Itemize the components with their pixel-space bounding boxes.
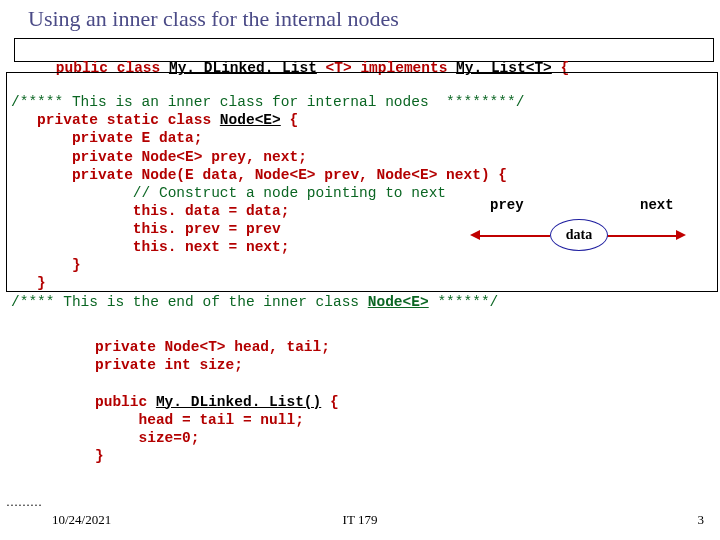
code-text: Node<T> head, tail;	[156, 339, 330, 355]
arrow-right-line	[606, 235, 678, 237]
keyword: private	[72, 130, 133, 146]
footer-center: IT 179	[0, 512, 720, 528]
comment: /**** This is the end of the inner class	[11, 294, 368, 310]
type-name: Node<E>	[220, 112, 281, 128]
class-decl-box: public class My. DLinked. List <T> imple…	[14, 38, 714, 62]
comment: ********/	[446, 94, 524, 110]
comment: // Construct a node pointing to next	[11, 185, 446, 201]
brace: }	[11, 275, 46, 291]
comment: /***** This is an inner class for intern…	[11, 94, 446, 110]
data-ellipse: data	[550, 219, 608, 251]
footer-ellipsis: ………	[6, 495, 42, 510]
code-text: head = tail = null;	[95, 412, 304, 428]
class-body-code: private Node<T> head, tail; private int …	[95, 320, 339, 483]
keyword: private	[95, 357, 156, 373]
brace: }	[11, 257, 81, 273]
arrow-left-line	[478, 235, 550, 237]
code-text: this. next = next;	[11, 239, 289, 255]
keyword: private	[95, 339, 156, 355]
brace: }	[95, 448, 104, 464]
brace: {	[281, 112, 298, 128]
code-text: size=0;	[95, 430, 199, 446]
label-next: next	[640, 197, 674, 213]
slide: Using an inner class for the internal no…	[0, 0, 720, 540]
code-text: this. prev = prev	[11, 221, 281, 237]
brace: {	[321, 394, 338, 410]
code-text: Node<E> prey, next;	[133, 149, 307, 165]
comment: ******/	[429, 294, 499, 310]
type-name: My. DLinked. List()	[156, 394, 321, 410]
code-text: E data;	[133, 130, 203, 146]
keyword: private	[72, 149, 133, 165]
label-prey: prey	[490, 197, 524, 213]
keyword: private static class	[37, 112, 220, 128]
code-text: this. data = data;	[11, 203, 289, 219]
slide-title: Using an inner class for the internal no…	[28, 6, 399, 32]
code-text: int size;	[156, 357, 243, 373]
node-diagram: prey next data	[472, 195, 692, 265]
code-text: Node(E data, Node<E> prev, Node<E> next)…	[133, 167, 507, 183]
footer-page-number: 3	[698, 512, 705, 528]
label-data: data	[566, 227, 592, 243]
arrow-left-head	[470, 230, 480, 240]
type-name: Node<E>	[368, 294, 429, 310]
keyword: private	[72, 167, 133, 183]
arrow-right-head	[676, 230, 686, 240]
keyword: public	[95, 394, 156, 410]
